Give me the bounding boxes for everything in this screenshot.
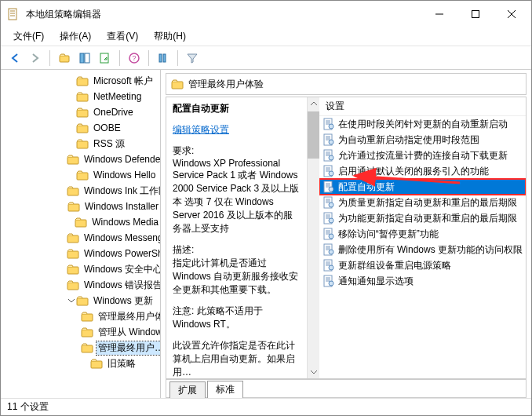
svg-point-43 <box>329 218 333 223</box>
properties-button[interactable] <box>154 49 173 68</box>
tree-item[interactable]: 管理最终用户… <box>1 340 160 356</box>
folder-icon <box>76 75 89 87</box>
settings-row[interactable]: 启用通过默认关闭的服务引入的功能 <box>319 163 526 179</box>
tab-extended[interactable]: 扩展 <box>169 381 206 398</box>
tree-item[interactable]: Windows Messenger <box>1 230 160 246</box>
tree-item[interactable]: Windows Installer <box>1 199 160 214</box>
tree-item[interactable]: 管理最终用户体验 <box>1 308 160 324</box>
svg-text:?: ? <box>132 54 136 62</box>
menu-action[interactable]: 操作(A) <box>52 28 99 45</box>
svg-rect-14 <box>77 141 88 148</box>
toolbar: ? <box>1 46 531 70</box>
settings-row-label: 为功能更新指定自动更新和重启的最后期限 <box>338 212 517 225</box>
settings-column-header[interactable]: 设置 <box>319 97 526 116</box>
up-folder-button[interactable] <box>55 49 74 68</box>
folder-icon <box>76 294 89 307</box>
toolbar-separator <box>119 50 120 66</box>
maximize-button[interactable] <box>457 2 494 26</box>
settings-row-label: 为质量更新指定自动更新和重启的最后期限 <box>338 196 517 210</box>
tree-item[interactable]: RSS 源 <box>1 136 160 151</box>
policy-icon <box>322 259 335 272</box>
close-button[interactable] <box>494 2 530 26</box>
tree-item[interactable]: Windows 更新 <box>1 293 160 308</box>
statusbar: 11 个设置 <box>1 398 531 415</box>
menu-help[interactable]: 帮助(H) <box>146 28 194 45</box>
back-button[interactable] <box>5 49 24 68</box>
svg-point-33 <box>329 140 333 144</box>
folder-icon <box>67 200 80 213</box>
settings-row[interactable]: 在使用时段关闭针对更新的自动重新启动 <box>319 116 526 132</box>
svg-point-51 <box>329 281 333 286</box>
tree-item-label: RSS 源 <box>92 137 126 151</box>
settings-row-label: 允许通过按流量计费的连接自动下载更新 <box>338 149 508 162</box>
tree-item[interactable]: OneDrive <box>1 104 160 120</box>
settings-row[interactable]: 为功能更新指定自动更新和重启的最后期限 <box>319 210 526 226</box>
tree-item-label: Windows Media <box>90 217 160 228</box>
right-pane: 管理最终用户体验 配置自动更新 编辑策略设置 要求: Windows XP Pr… <box>161 70 531 398</box>
toolbar-separator <box>148 50 149 66</box>
export-list-button[interactable] <box>96 49 115 68</box>
policy-icon <box>322 275 335 287</box>
collapse-icon[interactable] <box>67 297 76 305</box>
tree-item[interactable]: Windows 安全中心 <box>1 261 160 277</box>
tree[interactable]: Microsoft 帐户NetMeetingOneDriveOOBERSS 源W… <box>1 73 160 371</box>
menu-file[interactable]: 文件(F) <box>5 28 52 45</box>
tree-item[interactable]: 管理从 Windows… <box>1 324 160 340</box>
help-button[interactable]: ? <box>125 49 144 68</box>
settings-row-label: 为自动重新启动指定使用时段范围 <box>338 133 479 147</box>
tree-item[interactable]: Windows Hello <box>1 167 160 183</box>
minimize-button[interactable] <box>421 2 457 26</box>
folder-icon <box>67 232 79 244</box>
svg-rect-21 <box>67 251 78 258</box>
tree-item[interactable]: OOBE <box>1 120 160 136</box>
content: Microsoft 帐户NetMeetingOneDriveOOBERSS 源W… <box>1 70 531 398</box>
svg-rect-26 <box>82 330 93 337</box>
scroll-down-icon[interactable] <box>308 366 320 378</box>
folder-icon <box>90 357 103 370</box>
desc-scrollbar[interactable] <box>307 97 319 378</box>
folder-icon <box>76 90 89 103</box>
scroll-up-icon[interactable] <box>308 97 320 110</box>
tree-item[interactable]: Windows 错误报告 <box>1 277 160 293</box>
policy-icon <box>322 212 335 224</box>
description-text: 指定此计算机是否通过 Windows 自动更新服务接收安全更新和其他重要下载。 <box>173 257 301 297</box>
tree-item[interactable]: Windows PowerShell <box>1 246 160 261</box>
settings-row[interactable]: 移除访问“暂停更新”功能 <box>319 226 526 242</box>
folder-icon <box>67 247 79 260</box>
tree-item-label: Windows Installer <box>83 201 160 212</box>
tree-item[interactable]: 旧策略 <box>1 356 160 371</box>
svg-point-49 <box>329 265 333 270</box>
folder-icon <box>76 137 89 150</box>
svg-point-37 <box>329 171 333 176</box>
settings-row[interactable]: 为自动重新启动指定使用时段范围 <box>319 132 526 148</box>
filter-button[interactable] <box>183 49 202 68</box>
settings-row[interactable]: 更新群组设备重启电源策略 <box>319 257 526 273</box>
settings-row[interactable]: 配置自动更新 <box>319 179 526 195</box>
settings-row[interactable]: 通知通知显示选项 <box>319 273 526 289</box>
settings-list[interactable]: 在使用时段关闭针对更新的自动重新启动为自动重新启动指定使用时段范围允许通过按流量… <box>319 116 526 378</box>
tree-item[interactable]: Microsoft 帐户 <box>1 73 160 89</box>
tree-item-label: OOBE <box>92 122 122 133</box>
svg-rect-8 <box>159 54 162 62</box>
policy-icon <box>322 196 335 209</box>
show-hide-tree-button[interactable] <box>75 49 94 68</box>
forward-button[interactable] <box>26 49 45 68</box>
tree-item[interactable]: Windows Media <box>1 214 160 230</box>
requirements-text: Windows XP Professional Service Pack 1 或… <box>173 158 301 235</box>
svg-rect-19 <box>75 220 86 227</box>
folder-icon <box>171 78 184 90</box>
tree-item[interactable]: Windows Ink 工作区 <box>1 183 160 199</box>
menu-view[interactable]: 查看(V) <box>99 28 146 45</box>
tree-item[interactable]: Windows Defender <box>1 151 160 167</box>
settings-pane: 设置 在使用时段关闭针对更新的自动重新启动为自动重新启动指定使用时段范围允许通过… <box>319 97 526 378</box>
settings-row[interactable]: 删除使用所有 Windows 更新功能的访问权限 <box>319 242 526 257</box>
scroll-thumb[interactable] <box>308 111 319 159</box>
settings-row-label: 在使用时段关闭针对更新的自动重新启动 <box>338 118 508 131</box>
settings-row[interactable]: 为质量更新指定自动更新和重启的最后期限 <box>319 195 526 210</box>
tree-item[interactable]: NetMeeting <box>1 89 160 104</box>
settings-row[interactable]: 允许通过按流量计费的连接自动下载更新 <box>319 148 526 163</box>
edit-policy-link[interactable]: 编辑策略设置 <box>173 124 229 135</box>
svg-point-47 <box>329 250 333 254</box>
svg-rect-4 <box>85 53 89 63</box>
tab-standard[interactable]: 标准 <box>207 381 243 398</box>
